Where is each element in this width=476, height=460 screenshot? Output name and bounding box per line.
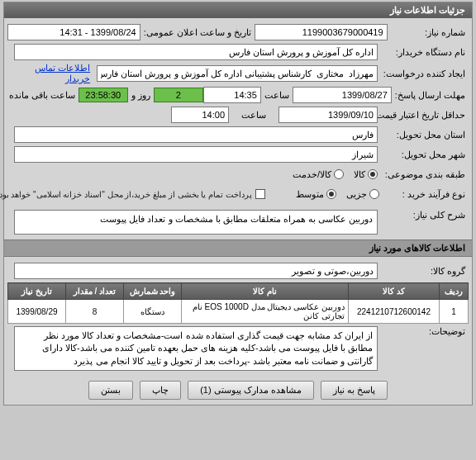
label-need-no: شماره نیاز: (388, 27, 469, 38)
th-unit: واحد شمارش (124, 283, 182, 300)
field-validity-time[interactable] (171, 107, 229, 123)
goods-table: ردیف کد کالا نام کالا واحد شمارش تعداد /… (7, 282, 469, 324)
table-row[interactable]: 1 2241210712600142 دوربین عکاسی دیجیتال … (8, 300, 469, 324)
th-name: نام کالا (182, 283, 349, 300)
row-buyer-org: نام دستگاه خریدار: (7, 43, 469, 61)
label-public-date: تاریخ و ساعت اعلان عمومی: (140, 27, 255, 38)
label-validity: حداقل تاریخ اعتبار قیمت: (378, 110, 469, 121)
label-province: استان محل تحویل: (378, 130, 469, 140)
row-need-title: شرح کلی نیاز: دوربین عکاسی به همراه متعل… (7, 210, 469, 235)
field-reply-date[interactable] (293, 87, 392, 103)
link-contact-info[interactable]: اطلاعات تماس خریدار (7, 63, 90, 84)
row-reply-deadline: مهلت ارسال پاسخ: ساعت 2 روز و 23:58:30 س… (7, 86, 469, 104)
label-buyer-org: نام دستگاه خریدار: (378, 47, 469, 58)
td-date: 1399/08/29 (8, 300, 66, 324)
td-qty: 8 (66, 300, 124, 324)
th-row: ردیف (440, 283, 469, 300)
label-city: شهر محل تحویل: (378, 149, 469, 160)
field-province[interactable] (14, 126, 378, 143)
label-explanations: توضیحات: (378, 326, 469, 337)
field-buyer-org[interactable] (14, 44, 378, 60)
td-unit: دستگاه (124, 300, 182, 324)
td-row: 1 (440, 300, 469, 324)
row-explanations: توضیحات: از ایران کد مشابه جهت قیمت گذار… (7, 326, 469, 371)
label-goods-group: گروه کالا: (378, 266, 469, 277)
section-goods-header: اطلاعات کالاهای مورد نیاز (4, 239, 472, 257)
radio-small-label: جزیی (346, 189, 367, 200)
radio-dot-icon (368, 169, 378, 179)
radio-service[interactable]: کالا/خدمت (293, 169, 344, 180)
row-goods-group: گروه کالا: (7, 262, 469, 280)
details-panel: جزئیات اطلاعات نیاز شماره نیاز: تاریخ و … (3, 2, 473, 405)
label-remaining: ساعت باقی مانده (6, 90, 79, 101)
label-creator: ایجاد کننده درخواست: (378, 69, 469, 79)
countdown-box: 23:58:30 (79, 88, 128, 102)
field-need-title[interactable]: دوربین عکاسی به همراه متعلقات مطابق با م… (14, 210, 378, 235)
row-creator: ایجاد کننده درخواست: اطلاعات تماس خریدار (7, 63, 469, 84)
label-process: نوع فرآیند خرید : (379, 189, 469, 200)
radio-medium[interactable]: متوسط (296, 189, 336, 200)
label-reply-deadline: مهلت ارسال پاسخ: (392, 90, 469, 101)
row-budget: طبقه بندی موضوعی: کالا کالا/خدمت (7, 165, 469, 183)
label-saat-1: ساعت (261, 90, 293, 101)
radio-goods[interactable]: کالا (354, 169, 378, 180)
field-need-no[interactable] (255, 24, 388, 40)
th-date: تاریخ نیاز (8, 283, 66, 300)
radio-service-label: کالا/خدمت (293, 169, 331, 180)
panel-body: شماره نیاز: تاریخ و ساعت اعلان عمومی: نا… (4, 18, 472, 239)
row-city: شهر محل تحویل: (7, 145, 469, 164)
td-name: دوربین عکاسی دیجیتال مدل EOS 1000D نام ت… (182, 300, 349, 324)
label-budget: طبقه بندی موضوعی: (378, 169, 469, 180)
panel-title: جزئیات اطلاعات نیاز (4, 2, 472, 18)
process-radio-group: جزیی متوسط (265, 189, 379, 200)
field-validity-date[interactable] (278, 107, 378, 123)
button-row: پاسخ به نیاز مشاهده مدارک پیوستی (1) چاپ… (4, 376, 472, 405)
table-header-row: ردیف کد کالا نام کالا واحد شمارش تعداد /… (8, 283, 469, 300)
label-need-title: شرح کلی نیاز: (378, 210, 469, 221)
reply-button[interactable]: پاسخ به نیاز (321, 381, 388, 400)
radio-dot-icon (326, 189, 336, 199)
radio-medium-label: متوسط (296, 189, 324, 200)
th-qty: تعداد / مقدار (66, 283, 124, 300)
goods-body: گروه کالا: ردیف کد کالا نام کالا واحد شم… (4, 257, 472, 376)
field-city[interactable] (14, 146, 378, 163)
row-province: استان محل تحویل: (7, 126, 469, 144)
field-explanations[interactable]: از ایران کد مشابه جهت قیمت گذاری استفاده… (14, 326, 378, 371)
radio-small[interactable]: جزیی (346, 189, 379, 200)
field-public-date[interactable] (7, 24, 140, 40)
field-reply-time[interactable] (203, 87, 261, 103)
checkbox-payment[interactable] (255, 189, 265, 199)
th-code: کد کالا (349, 283, 440, 300)
label-saat-2: ساعت (229, 110, 278, 121)
row-validity: حداقل تاریخ اعتبار قیمت: ساعت (7, 106, 469, 124)
field-creator[interactable] (97, 65, 378, 82)
label-payment-note: پرداخت تمام یا بخشی از مبلغ خرید،از محل … (7, 190, 255, 199)
print-button[interactable]: چاپ (140, 381, 181, 400)
attachments-button[interactable]: مشاهده مدارک پیوستی (1) (188, 381, 314, 400)
radio-dot-icon (334, 169, 344, 179)
radio-goods-label: کالا (354, 169, 365, 180)
close-button[interactable]: بستن (88, 381, 133, 400)
days-box: 2 (154, 88, 203, 102)
row-process: نوع فرآیند خرید : جزیی متوسط پرداخت تمام… (7, 185, 469, 203)
row-need-no: شماره نیاز: تاریخ و ساعت اعلان عمومی: (7, 23, 469, 41)
td-code: 2241210712600142 (349, 300, 440, 324)
budget-radio-group: کالا کالا/خدمت (293, 169, 378, 180)
label-rooz: روز و (128, 90, 154, 101)
field-goods-group[interactable] (14, 263, 378, 279)
radio-dot-icon (369, 189, 379, 199)
